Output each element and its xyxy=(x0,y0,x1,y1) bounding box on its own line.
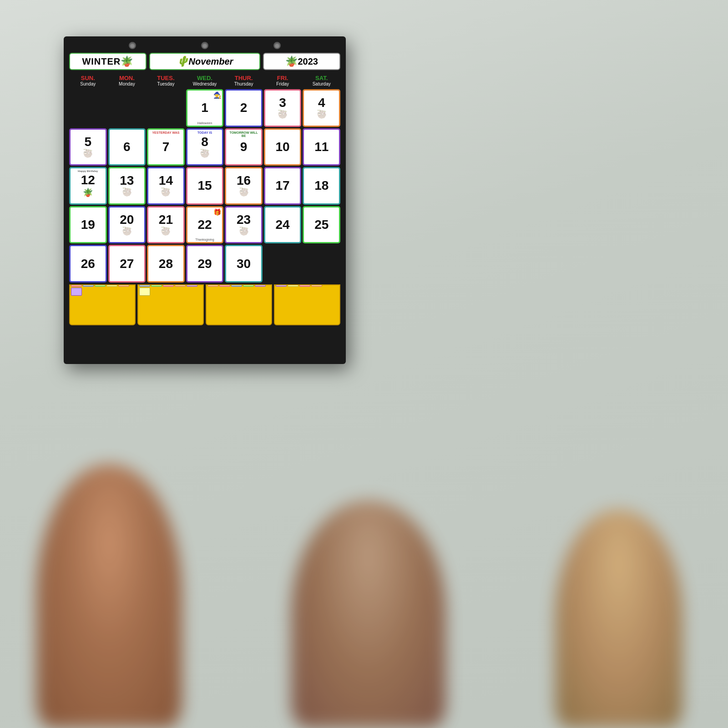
date-8: 8 xyxy=(201,136,208,148)
birthday-icon: 🪴 xyxy=(83,187,93,197)
month-label: November xyxy=(189,56,233,67)
pocket-4 xyxy=(274,284,340,325)
date-29: 29 xyxy=(197,258,212,270)
sloth-23: 🦥 xyxy=(239,226,249,236)
sloth-21: 🦥 xyxy=(161,226,171,236)
month-cell: 🌵 November xyxy=(149,53,261,70)
cell-16[interactable]: 16 🦥 xyxy=(225,167,263,205)
cell-29[interactable]: 29 xyxy=(186,245,224,283)
cell-27[interactable]: 27 xyxy=(108,245,146,283)
date-5: 5 xyxy=(84,136,91,148)
date-22: 22 xyxy=(197,218,212,231)
cell-5[interactable]: 5 🦥 xyxy=(69,128,107,166)
cell-13[interactable]: 13 🦥 xyxy=(108,167,146,205)
cell-26[interactable]: 26 xyxy=(69,245,107,283)
date-16: 16 xyxy=(237,174,251,187)
day-tue-abbr: TUES. xyxy=(147,75,185,81)
date-1: 1 xyxy=(201,101,208,114)
sloth-4: 🦥 xyxy=(317,109,327,119)
cell-22[interactable]: 22 🎁 Thanksgiving xyxy=(186,206,224,244)
cell-1[interactable]: 1 🧙 Halloween xyxy=(186,89,224,127)
halloween-label: Halloween xyxy=(188,121,222,125)
cell-24[interactable]: 24 xyxy=(264,206,302,244)
pocket-1-cards xyxy=(71,284,134,296)
day-thu: THUR. Thursday xyxy=(225,74,263,87)
cell-28[interactable]: 28 xyxy=(147,245,185,283)
cell-empty-2 xyxy=(108,89,146,127)
yesterday-note: YESTERDAY WAS xyxy=(149,131,182,135)
cell-6[interactable]: 6 xyxy=(108,128,146,166)
cell-20[interactable]: 20 🦥 xyxy=(108,206,146,244)
pocket-1 xyxy=(69,284,136,325)
date-18: 18 xyxy=(314,179,329,192)
pocket-card xyxy=(311,284,322,287)
cell-14[interactable]: 14 🦥 xyxy=(147,167,185,205)
date-17: 17 xyxy=(276,179,290,192)
day-sun: SUN. Sunday xyxy=(69,74,107,87)
cell-30[interactable]: 30 xyxy=(225,245,263,283)
date-27: 27 xyxy=(120,258,134,270)
cell-4[interactable]: 4 🦥 xyxy=(303,89,340,127)
date-25: 25 xyxy=(314,218,329,231)
date-21: 21 xyxy=(159,213,173,226)
day-mon: MON. Monday xyxy=(108,74,146,87)
pocket-2 xyxy=(137,284,204,325)
day-wed: WED. Wednesday xyxy=(186,74,224,87)
cell-empty-4 xyxy=(264,245,302,283)
date-2: 2 xyxy=(240,101,248,114)
pocket-2-cards xyxy=(139,284,202,296)
day-tue-full: Tuesday xyxy=(147,81,185,86)
date-28: 28 xyxy=(159,258,173,270)
cell-25[interactable]: 25 xyxy=(303,206,340,244)
cell-10[interactable]: 10 xyxy=(264,128,302,166)
thanksgiving-label: Thanksgiving xyxy=(188,238,222,241)
pocket-card xyxy=(163,284,174,287)
date-19: 19 xyxy=(81,218,95,231)
cell-9[interactable]: TOMORROW WILL BE 9 xyxy=(225,128,263,166)
pocket-4-cards xyxy=(276,284,339,287)
pocket-card xyxy=(139,284,150,287)
cell-3[interactable]: 3 🦥 xyxy=(264,89,302,127)
date-14: 14 xyxy=(159,174,173,187)
cell-empty-3 xyxy=(147,89,185,127)
child-3 xyxy=(555,510,682,728)
pocket-card xyxy=(243,284,254,287)
child-2 xyxy=(291,500,446,728)
day-thu-full: Thursday xyxy=(225,81,263,86)
date-20: 20 xyxy=(120,213,134,226)
pocket-card xyxy=(288,284,298,287)
pocket-card xyxy=(118,284,129,287)
cell-21[interactable]: 21 🦥 xyxy=(147,206,185,244)
cell-18[interactable]: 18 xyxy=(303,167,340,205)
day-tue: TUES. Tuesday xyxy=(147,74,185,87)
date-12: 12 xyxy=(81,174,95,187)
cell-empty-5 xyxy=(303,245,340,283)
cell-23[interactable]: 23 🦥 xyxy=(225,206,263,244)
cell-8[interactable]: TODAY IS 8 🦥 xyxy=(186,128,224,166)
pocket-card xyxy=(71,288,82,296)
date-9: 9 xyxy=(240,141,248,153)
thanksgiving-icon: 🎁 xyxy=(213,208,221,216)
cell-2[interactable]: 2 xyxy=(225,89,263,127)
sloth-8: 🦥 xyxy=(200,148,210,158)
pocket-card xyxy=(207,284,218,287)
day-headers: SUN. Sunday MON. Monday TUES. Tuesday WE… xyxy=(69,74,340,87)
date-4: 4 xyxy=(318,96,325,109)
pocket-3-cards xyxy=(207,284,270,287)
date-26: 26 xyxy=(81,258,95,270)
pocket-card xyxy=(139,288,150,296)
plant-icon-2: 🌵 xyxy=(177,56,189,67)
pocket-card xyxy=(71,284,82,287)
cell-7[interactable]: YESTERDAY WAS 7 xyxy=(147,128,185,166)
hole-1 xyxy=(129,42,136,49)
year-label: 2023 xyxy=(298,56,318,67)
cell-11[interactable]: 11 xyxy=(303,128,340,166)
cell-12[interactable]: Happy Birthday 12 🪴 xyxy=(69,167,107,205)
date-10: 10 xyxy=(276,141,290,153)
pocket-card xyxy=(255,284,266,287)
hole-2 xyxy=(201,42,208,49)
cell-15[interactable]: 15 xyxy=(186,167,224,205)
plant-icon-3: 🪴 xyxy=(285,56,298,67)
cell-19[interactable]: 19 xyxy=(69,206,107,244)
cell-17[interactable]: 17 xyxy=(264,167,302,205)
